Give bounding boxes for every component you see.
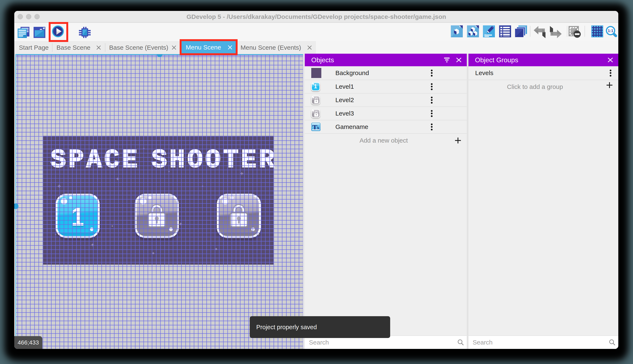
svg-text:1:1: 1:1 xyxy=(608,29,613,33)
